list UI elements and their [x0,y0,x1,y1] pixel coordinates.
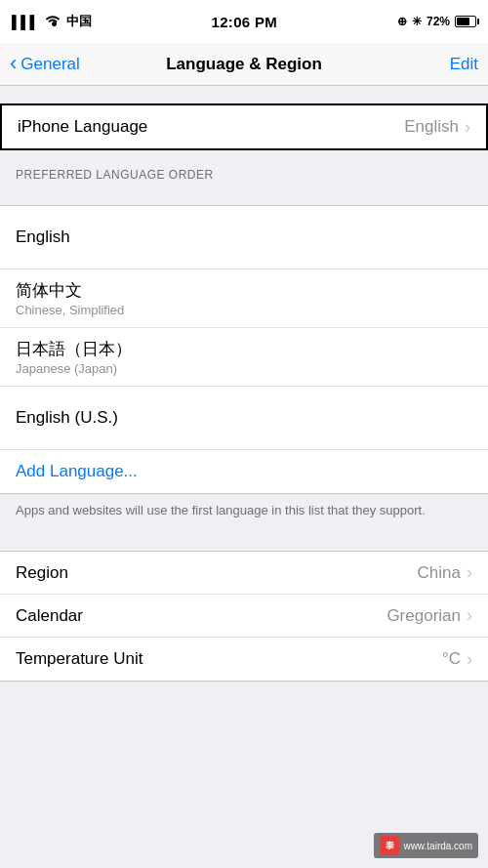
calendar-chevron-icon: › [467,605,472,626]
iphone-language-section: iPhone Language English › [0,103,488,150]
watermark: 泰 www.tairda.com [374,833,478,858]
watermark-text: www.tairda.com [403,841,472,851]
list-item[interactable]: English [0,206,488,269]
region-chevron-icon: › [467,562,472,583]
iphone-language-row[interactable]: iPhone Language English › [0,103,488,150]
region-row[interactable]: Region China › [0,552,488,595]
language-name-japanese-sub: Japanese (Japan) [16,361,472,376]
region-value: China › [418,562,472,583]
back-button[interactable]: ‹ General [10,55,88,74]
signal-icon: ▌▌▌ [12,15,39,29]
preferred-language-header: PREFERRED LANGUAGE ORDER [0,150,488,187]
back-chevron-icon: ‹ [10,53,17,74]
location-icon: ⊕ [397,15,407,28]
edit-button[interactable]: Edit [400,55,478,74]
iphone-language-value: English › [404,117,470,138]
bluetooth-icon: ✳ [412,15,422,28]
temperature-row[interactable]: Temperature Unit °C › [0,638,488,681]
calendar-row[interactable]: Calendar Gregorian › [0,595,488,638]
nav-bar: ‹ General Language & Region Edit [0,43,488,86]
language-name-english: English [16,216,472,259]
language-name-chinese: 简体中文 [16,279,472,302]
status-bar: ▌▌▌ 中国 12:06 PM ⊕ ✳ 72% [0,0,488,43]
language-name-english-us: English (U.S.) [16,396,472,439]
language-name-japanese: 日本語（日本） [16,338,472,360]
status-icons: ⊕ ✳ 72% [397,15,476,28]
battery-percent: 72% [427,15,450,28]
calendar-label: Calendar [16,606,83,626]
calendar-value: Gregorian › [386,605,472,626]
preferred-language-list: English 简体中文 Chinese, Simplified 日本語（日本）… [0,205,488,494]
page-title: Language & Region [88,55,400,74]
region-label: Region [16,563,68,583]
back-label: General [20,55,79,74]
add-language-button[interactable]: Add Language... [0,450,488,493]
add-language-label: Add Language... [16,462,138,481]
language-name-chinese-sub: Chinese, Simplified [16,303,472,317]
wifi-icon [45,15,61,29]
temperature-value: °C › [442,649,472,670]
list-item[interactable]: 简体中文 Chinese, Simplified [0,269,488,328]
watermark-logo: 泰 [380,836,399,855]
temperature-chevron-icon: › [467,649,472,670]
bottom-settings-section: Region China › Calendar Gregorian › Temp… [0,551,488,682]
iphone-language-label: iPhone Language [18,117,147,137]
preferred-language-section: PREFERRED LANGUAGE ORDER English 简体中文 Ch… [0,150,488,533]
status-carrier: ▌▌▌ 中国 [12,13,92,30]
preferred-language-footer: Apps and websites will use the first lan… [0,494,488,533]
list-item[interactable]: 日本語（日本） Japanese (Japan) [0,328,488,387]
battery-icon [455,16,476,27]
list-item[interactable]: English (U.S.) [0,387,488,450]
carrier-name: 中国 [66,13,92,30]
status-time: 12:06 PM [212,14,277,30]
chevron-right-icon: › [465,117,470,138]
temperature-label: Temperature Unit [16,649,142,669]
